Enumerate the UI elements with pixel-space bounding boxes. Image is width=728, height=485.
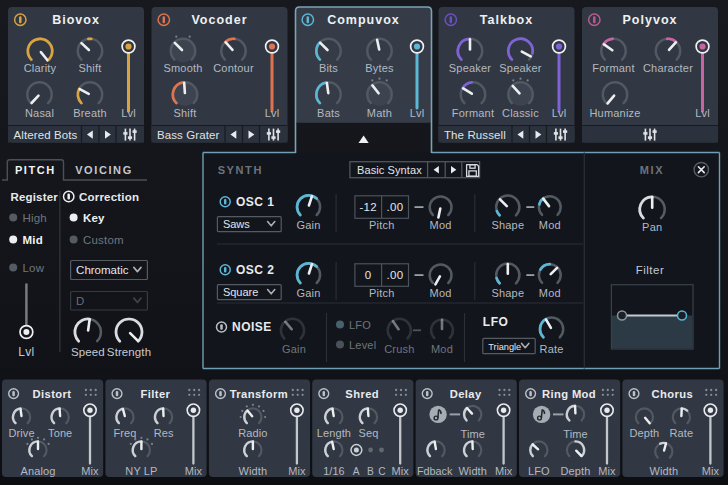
svg-text:The Russell: The Russell [444, 129, 506, 141]
svg-text:MIX: MIX [640, 164, 664, 176]
svg-text:Level: Level [349, 339, 376, 351]
svg-text:Strength: Strength [107, 346, 151, 358]
svg-text:Compuvox: Compuvox [327, 13, 400, 27]
svg-text:C: C [378, 466, 386, 477]
svg-text:Radio: Radio [238, 427, 267, 439]
svg-text:Correction: Correction [79, 191, 139, 203]
svg-text:Humanize: Humanize [589, 107, 640, 119]
svg-text:1/16: 1/16 [323, 465, 344, 477]
svg-text:Shred: Shred [345, 388, 379, 400]
svg-text:Tone: Tone [48, 427, 72, 439]
svg-text:Character: Character [643, 62, 693, 74]
svg-text:Bytes: Bytes [365, 62, 394, 74]
svg-text:Speaker: Speaker [449, 62, 492, 74]
svg-text:Lvl: Lvl [265, 107, 280, 119]
svg-text:Speed: Speed [71, 346, 105, 358]
svg-text:Freq: Freq [113, 427, 136, 439]
svg-text:Mod: Mod [430, 219, 452, 231]
svg-text:Rate: Rate [540, 343, 564, 355]
svg-text:PITCH: PITCH [15, 164, 56, 176]
svg-text:Lvl: Lvl [121, 107, 136, 119]
svg-text:Seq: Seq [359, 427, 379, 439]
svg-text:Vocoder: Vocoder [191, 13, 247, 27]
svg-text:Shape: Shape [491, 219, 524, 231]
svg-text:Gain: Gain [282, 343, 306, 355]
svg-text:Mod: Mod [539, 287, 561, 299]
svg-text:Shift: Shift [78, 62, 101, 74]
svg-text:Register: Register [10, 191, 58, 203]
svg-text:Pitch: Pitch [369, 219, 394, 231]
svg-text:Filter: Filter [141, 388, 171, 400]
svg-text:Saws: Saws [223, 218, 250, 230]
svg-text:Shift: Shift [173, 107, 196, 119]
svg-text:Mix: Mix [702, 465, 720, 477]
svg-text:Breath: Breath [73, 107, 107, 119]
svg-text:Contour: Contour [213, 62, 254, 74]
svg-text:Transform: Transform [230, 388, 288, 400]
svg-text:Drive: Drive [9, 427, 35, 439]
svg-text:Mix: Mix [81, 465, 99, 477]
svg-text:LFO: LFO [528, 465, 550, 477]
svg-text:Gain: Gain [296, 287, 320, 299]
svg-text:Lvl: Lvl [410, 107, 425, 119]
svg-text:Bits: Bits [319, 62, 338, 74]
svg-text:Custom: Custom [83, 234, 124, 246]
svg-text:B: B [367, 466, 374, 477]
svg-text:Speaker: Speaker [499, 62, 542, 74]
svg-text:D: D [76, 295, 84, 307]
svg-text:Square: Square [223, 286, 258, 298]
svg-text:Mix: Mix [495, 465, 513, 477]
svg-text:Mix: Mix [391, 465, 409, 477]
svg-text:Triangle: Triangle [488, 342, 521, 352]
svg-text:Analog: Analog [21, 465, 56, 477]
svg-text:OSC 1: OSC 1 [236, 195, 275, 209]
svg-text:High: High [23, 212, 47, 224]
svg-text:Lvl: Lvl [695, 107, 710, 119]
svg-text:.00: .00 [387, 269, 404, 281]
svg-text:Key: Key [83, 212, 105, 224]
svg-text:Pitch: Pitch [369, 287, 394, 299]
svg-text:Res: Res [154, 427, 174, 439]
svg-text:Polyvox: Polyvox [623, 13, 678, 27]
svg-text:.00: .00 [387, 201, 404, 213]
svg-text:SYNTH: SYNTH [218, 164, 263, 176]
svg-text:Depth: Depth [561, 465, 591, 477]
svg-text:Mix: Mix [185, 465, 203, 477]
svg-text:Mod: Mod [430, 287, 452, 299]
svg-text:Low: Low [23, 262, 45, 274]
svg-text:Mid: Mid [23, 234, 43, 246]
svg-text:Math: Math [367, 107, 392, 119]
svg-text:OSC 2: OSC 2 [236, 263, 275, 277]
svg-text:Pan: Pan [642, 221, 662, 233]
svg-text:VOICING: VOICING [75, 164, 133, 176]
svg-text:Width: Width [458, 465, 487, 477]
svg-text:Mod: Mod [431, 343, 453, 355]
svg-text:Depth: Depth [629, 427, 659, 439]
svg-text:Filter: Filter [636, 264, 665, 276]
svg-text:Chorus: Chorus [652, 388, 694, 400]
svg-text:Width: Width [239, 465, 268, 477]
svg-text:Rate: Rate [670, 427, 694, 439]
svg-text:Altered Bots: Altered Bots [14, 129, 78, 141]
svg-text:Lvl: Lvl [552, 107, 567, 119]
svg-text:Time: Time [460, 428, 484, 440]
svg-text:Lvl: Lvl [18, 345, 34, 359]
svg-text:Crush: Crush [384, 343, 414, 355]
svg-text:-12: -12 [359, 201, 377, 213]
svg-text:Basic Syntax: Basic Syntax [357, 164, 422, 176]
svg-text:Bats: Bats [317, 107, 340, 119]
svg-text:Fdback: Fdback [417, 465, 453, 477]
svg-text:0: 0 [365, 269, 372, 281]
svg-text:Smooth: Smooth [163, 62, 202, 74]
svg-text:Ring Mod: Ring Mod [542, 388, 596, 400]
svg-text:Distort: Distort [33, 388, 72, 400]
svg-text:Gain: Gain [296, 219, 320, 231]
svg-text:LFO: LFO [349, 319, 371, 331]
svg-text:Delay: Delay [450, 388, 482, 400]
svg-text:Bass Grater: Bass Grater [157, 129, 220, 141]
svg-text:Mod: Mod [539, 219, 561, 231]
svg-text:Formant: Formant [592, 62, 634, 74]
svg-text:Chromatic: Chromatic [76, 264, 129, 276]
svg-text:LFO: LFO [483, 315, 509, 329]
svg-text:Clarity: Clarity [24, 62, 57, 74]
